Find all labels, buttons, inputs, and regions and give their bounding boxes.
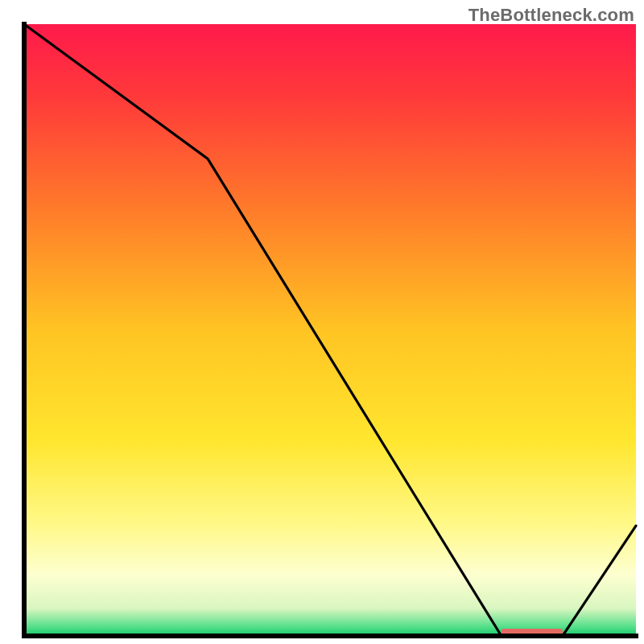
plot-area xyxy=(24,24,636,636)
gradient-background xyxy=(24,24,636,636)
chart-stage: TheBottleneck.com xyxy=(0,0,644,644)
watermark-text: TheBottleneck.com xyxy=(469,5,634,26)
bottleneck-chart xyxy=(0,0,644,644)
